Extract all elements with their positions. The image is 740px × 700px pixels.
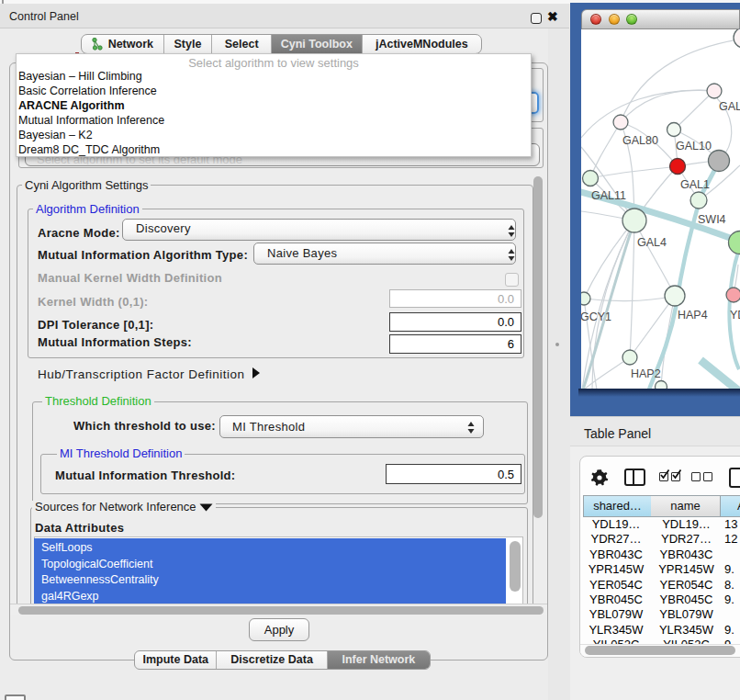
svg-text:GAL11: GAL11 xyxy=(591,189,626,202)
svg-text:GAL4: GAL4 xyxy=(637,236,667,249)
svg-text:HAP2: HAP2 xyxy=(631,367,661,380)
svg-text:HAP4: HAP4 xyxy=(678,309,708,322)
svg-text:GAL80: GAL80 xyxy=(622,134,658,147)
svg-text:YD: YD xyxy=(730,309,740,322)
svg-text:SWI4: SWI4 xyxy=(698,213,726,226)
svg-text:GAL1: GAL1 xyxy=(680,178,710,191)
svg-text:GCY1: GCY1 xyxy=(581,310,611,323)
svg-text:GAL10: GAL10 xyxy=(676,140,712,152)
svg-text:GAL7: GAL7 xyxy=(719,100,740,113)
